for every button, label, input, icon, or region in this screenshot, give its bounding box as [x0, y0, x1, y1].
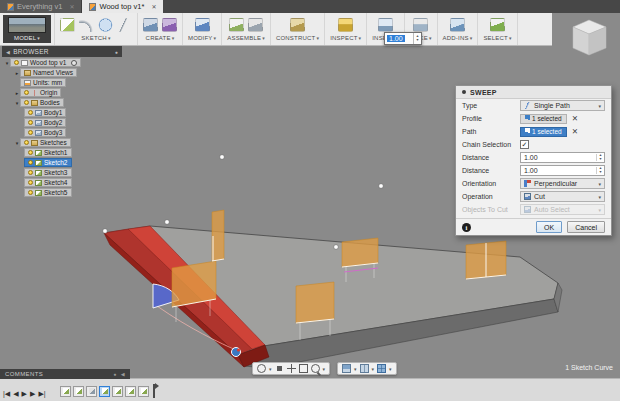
- visibility-bulb-icon[interactable]: [28, 120, 33, 125]
- tree-item-body1[interactable]: Body1: [24, 108, 122, 117]
- 3d-print-icon[interactable]: [413, 18, 428, 32]
- tree-item-body3[interactable]: Body3: [24, 128, 122, 137]
- chevron-down-icon[interactable]: ▾: [389, 366, 392, 372]
- distance-manipulator-input[interactable]: 1.00 ▲ ▼: [384, 32, 422, 45]
- timeline-feature-selected[interactable]: [99, 386, 110, 397]
- visibility-bulb-icon[interactable]: [14, 60, 19, 65]
- ok-button[interactable]: OK: [536, 221, 562, 233]
- toolbar-group-modify[interactable]: MODIFY▾: [183, 13, 222, 45]
- chain-selection-checkbox[interactable]: ✓: [520, 140, 529, 149]
- operation-dropdown[interactable]: Cut▾: [520, 191, 605, 202]
- close-icon[interactable]: ✕: [151, 3, 156, 10]
- zoom-icon[interactable]: [311, 364, 320, 373]
- chevron-down-icon[interactable]: ▾: [323, 366, 326, 372]
- orbit-icon[interactable]: [257, 364, 266, 373]
- visibility-bulb-icon[interactable]: [28, 190, 33, 195]
- dialog-titlebar[interactable]: SWEEP: [456, 86, 611, 99]
- timeline-feature-sketch[interactable]: [73, 386, 84, 397]
- browser-header[interactable]: ◀ BROWSER ●: [2, 46, 122, 57]
- chevron-left-icon[interactable]: ◀: [121, 371, 125, 377]
- toolbar-group-sketch[interactable]: SKETCH▾: [55, 13, 138, 45]
- timeline-feature-sketch[interactable]: [138, 386, 149, 397]
- chevron-left-icon[interactable]: ◀: [6, 49, 10, 55]
- insert-image-icon[interactable]: [378, 18, 393, 32]
- tree-item-origin[interactable]: ▸ Origin: [14, 88, 122, 97]
- viewports-icon[interactable]: [377, 364, 386, 373]
- construction-plane-icon[interactable]: [290, 18, 305, 32]
- tree-item-sketch3[interactable]: Sketch3: [24, 168, 122, 177]
- select-tool-icon[interactable]: [490, 18, 505, 32]
- step-back-button[interactable]: ◀: [13, 390, 18, 397]
- new-component-icon[interactable]: [229, 18, 244, 32]
- visibility-bulb-icon[interactable]: [24, 90, 29, 95]
- pan-icon[interactable]: [287, 364, 296, 373]
- look-at-icon[interactable]: [275, 364, 284, 373]
- type-dropdown[interactable]: Single Path▾: [520, 100, 605, 111]
- close-icon[interactable]: ✕: [69, 3, 74, 10]
- workspace-button[interactable]: MODEL▾: [3, 15, 51, 43]
- fit-icon[interactable]: [299, 364, 308, 373]
- group-label-addins[interactable]: ADD-INS▾: [443, 35, 473, 41]
- toolbar-group-addins[interactable]: ADD-INS▾: [438, 13, 479, 45]
- circle-icon[interactable]: [98, 18, 113, 32]
- group-label-create[interactable]: CREATE▾: [146, 35, 175, 41]
- group-label-modify[interactable]: MODIFY▾: [188, 35, 216, 41]
- spinner-arrows[interactable]: ▲▼: [596, 154, 604, 161]
- visibility-bulb-icon[interactable]: [28, 130, 33, 135]
- visibility-bulb-icon[interactable]: [28, 110, 33, 115]
- toolbar-group-inspect[interactable]: INSPECT▾: [325, 13, 367, 45]
- tree-item-sketch2-selected[interactable]: Sketch2: [24, 158, 122, 167]
- document-tab-active[interactable]: Wood top v1* ✕: [82, 0, 163, 13]
- tree-item-sketch1[interactable]: Sketch1: [24, 148, 122, 157]
- timeline-feature-sketch[interactable]: [60, 386, 71, 397]
- comments-bar[interactable]: COMMENTS ● ◀: [0, 369, 130, 379]
- group-label-select[interactable]: SELECT▾: [483, 35, 511, 41]
- tree-item-units[interactable]: Units: mm: [14, 78, 122, 87]
- visibility-bulb-icon[interactable]: [28, 170, 33, 175]
- measure-icon[interactable]: [338, 18, 353, 32]
- visibility-bulb-icon[interactable]: [28, 150, 33, 155]
- toolbar-group-assemble[interactable]: ASSEMBLE▾: [222, 13, 271, 45]
- spinner-arrows[interactable]: ▲ ▼: [413, 33, 421, 44]
- tree-item-body2[interactable]: Body2: [24, 118, 122, 127]
- clear-path-icon[interactable]: ✕: [572, 127, 578, 136]
- create-sketch-icon[interactable]: [60, 18, 75, 32]
- tree-item-sketch5[interactable]: Sketch5: [24, 188, 122, 197]
- orientation-dropdown[interactable]: Perpendicular▾: [520, 178, 605, 189]
- spinner-arrows[interactable]: ▲▼: [596, 167, 604, 174]
- toolbar-group-construct[interactable]: CONSTRUCT▾: [271, 13, 325, 45]
- revolve-icon[interactable]: [162, 18, 177, 32]
- group-label-construct[interactable]: CONSTRUCT▾: [276, 35, 319, 41]
- distance1-input[interactable]: 1.00▲▼: [520, 152, 605, 163]
- step-forward-button[interactable]: ▶: [30, 390, 35, 397]
- timeline-feature[interactable]: [86, 386, 97, 397]
- joint-icon[interactable]: [248, 18, 263, 32]
- spline-icon[interactable]: [117, 18, 132, 32]
- spin-down-icon[interactable]: ▼: [416, 39, 419, 43]
- collapse-icon[interactable]: ●: [115, 49, 118, 55]
- distance2-input[interactable]: 1.00▲▼: [520, 165, 605, 176]
- visibility-bulb-icon[interactable]: [28, 180, 33, 185]
- scripts-addins-icon[interactable]: [450, 18, 465, 32]
- visibility-bulb-icon[interactable]: [24, 140, 29, 145]
- timeline-feature-sketch[interactable]: [125, 386, 136, 397]
- chevron-down-icon[interactable]: ▾: [372, 366, 375, 372]
- chevron-down-icon[interactable]: ▾: [269, 366, 272, 372]
- radial-menu-icon[interactable]: [71, 60, 77, 66]
- timeline-feature-sketch[interactable]: [112, 386, 123, 397]
- cancel-button[interactable]: Cancel: [567, 221, 605, 233]
- profile-selection-chip[interactable]: 1 selected: [520, 114, 567, 124]
- info-icon[interactable]: i: [462, 223, 471, 232]
- toolbar-group-select[interactable]: SELECT▾: [478, 13, 517, 45]
- visibility-bulb-icon[interactable]: [28, 160, 33, 165]
- grid-layout-icon[interactable]: [360, 364, 369, 373]
- view-cube[interactable]: [566, 16, 612, 60]
- manipulator-value[interactable]: 1.00: [387, 35, 405, 42]
- path-end-marker[interactable]: [232, 348, 241, 357]
- clear-profile-icon[interactable]: ✕: [572, 114, 578, 123]
- tree-item-named-views[interactable]: ▸ Named Views: [14, 68, 122, 77]
- chevron-down-icon[interactable]: ▾: [354, 366, 357, 372]
- tree-item-root[interactable]: ▾ Wood top v1: [4, 58, 122, 67]
- visibility-bulb-icon[interactable]: [24, 100, 29, 105]
- play-button[interactable]: ▶: [22, 390, 27, 397]
